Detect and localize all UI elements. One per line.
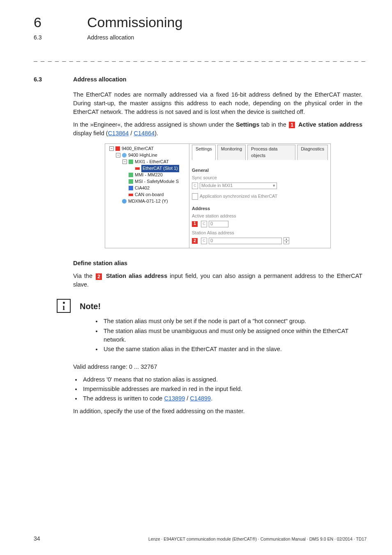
tree-item-label: CiA402	[135, 185, 150, 192]
sphere-icon	[122, 153, 127, 157]
checkbox[interactable]	[192, 193, 198, 200]
chapter-title: Commissioning	[87, 12, 182, 32]
label-station-alias-address: Station Alias address	[192, 230, 328, 236]
text-run: tab in the	[259, 121, 288, 128]
param-c-box[interactable]: C	[192, 183, 198, 189]
tab-monitoring[interactable]: Monitoring	[217, 145, 246, 160]
group-label-general: General	[192, 167, 328, 174]
tree-item[interactable]: −9400_EtherCAT	[106, 146, 188, 152]
callout-marker-1: 1	[289, 122, 295, 128]
tree-item-label: CAN on-board	[135, 192, 164, 198]
dropdown-value: Module in MXI1	[201, 183, 233, 189]
sync-source-dropdown[interactable]: Module in MXI1 ▾	[200, 183, 277, 189]
label-active-station-address: Active station address	[192, 213, 328, 220]
text-run: ).	[154, 130, 158, 136]
bar-icon	[135, 167, 140, 170]
group-label-address: Address	[192, 206, 328, 212]
page-footer: 34 Lenze · E94AYCET communication module…	[34, 534, 367, 543]
tree-item[interactable]: EtherCAT (Slot 1)	[106, 165, 188, 172]
text-run: In the »Engineer«, the address assigned …	[73, 121, 236, 128]
expand-toggle-icon[interactable]: −	[116, 153, 120, 157]
text-bold: Active station address	[297, 121, 362, 128]
paragraph: In the »Engineer«, the address assigned …	[73, 120, 362, 138]
note-list: The station alias must only be set if th…	[102, 317, 362, 353]
tree-item-label: MMI - MM220	[135, 172, 163, 178]
list-item: The station alias must only be set if th…	[102, 317, 362, 326]
expand-toggle-icon[interactable]: −	[122, 160, 127, 164]
settings-panel: SettingsMonitoringProcess data objectsDi…	[189, 144, 330, 248]
list-item: The station alias must be unambiguous an…	[102, 327, 362, 344]
info-icon: ı	[57, 299, 71, 313]
link-c13864[interactable]: C13864	[108, 130, 129, 136]
chevron-down-icon: ▾	[273, 183, 275, 189]
tab-strip: SettingsMonitoringProcess data objectsDi…	[192, 145, 328, 160]
tree-item[interactable]: MDXMA-071-12 (Y)	[106, 198, 188, 205]
blue-icon	[122, 199, 127, 204]
param-c-box[interactable]: C	[201, 238, 207, 244]
tree-item-label: MDXMA-071-12 (Y)	[128, 198, 168, 205]
chip-icon	[129, 173, 133, 177]
tab-diagnostics[interactable]: Diagnostics	[297, 145, 328, 160]
tree-item-label: EtherCAT (Slot 1)	[141, 165, 179, 172]
callout-marker-1: 1	[192, 221, 198, 227]
tab-settings[interactable]: Settings	[192, 145, 216, 160]
link-c14899[interactable]: C14899	[190, 395, 211, 402]
device-tree: −9400_EtherCAT−9400 HighLine−MXI1 - Ethe…	[105, 144, 189, 248]
list-item: Impermissible addresses are marked in re…	[81, 385, 362, 393]
active-station-address-field: 0	[209, 221, 228, 227]
expand-toggle-icon[interactable]: −	[109, 146, 114, 151]
list-item: The address is written to code C13899 / …	[81, 394, 362, 403]
text-run: /	[129, 130, 134, 136]
spinner[interactable]: ▲▼	[284, 237, 289, 244]
section-number: 6.3	[34, 75, 58, 84]
tree-item-label: MXI1 - EtherCAT	[135, 159, 169, 165]
text-run: .	[211, 395, 212, 402]
tree-item[interactable]: −9400 HighLine	[106, 152, 188, 159]
link-c13899[interactable]: C13899	[164, 395, 185, 402]
tree-item[interactable]: −MXI1 - EtherCAT	[106, 159, 188, 165]
page-header: 6 Commissioning	[34, 12, 367, 32]
param-c-box[interactable]: C	[201, 221, 207, 227]
tree-item[interactable]: MMI - MM220	[106, 172, 188, 178]
tree-item-label: 9400_EtherCAT	[122, 146, 154, 152]
callout-marker-2: 2	[96, 273, 102, 280]
checkbox-label: Application synchronized via EtherCAT	[200, 193, 277, 200]
text-run: display field (	[73, 130, 108, 136]
page-number: 34	[34, 534, 40, 543]
section-title-small: Address allocation	[87, 33, 134, 42]
chapter-number: 6	[34, 12, 62, 32]
block-icon	[129, 186, 133, 190]
text-bold: Settings	[236, 121, 259, 128]
tree-item-label: MSI - SafetyModule S	[135, 178, 179, 185]
footer-doc-info: Lenze · E94AYCET communication module (E…	[148, 536, 367, 542]
tree-item[interactable]: CiA402	[106, 185, 188, 192]
chip-icon	[129, 179, 133, 184]
label-sync-source: Sync source	[192, 175, 328, 181]
chip-icon	[129, 160, 133, 164]
spinner-down-icon[interactable]: ▼	[284, 241, 289, 244]
bar-icon	[129, 194, 133, 196]
tab-process-data-objects[interactable]: Process data objects	[247, 145, 295, 160]
tree-item-label: 9400 HighLine	[128, 152, 157, 159]
divider: _ _ _ _ _ _ _ _ _ _ _ _ _ _ _ _ _ _ _ _ …	[34, 53, 367, 63]
paragraph: Valid address range: 0 ... 32767	[73, 363, 362, 371]
tree-item[interactable]: CAN on-board	[106, 192, 188, 198]
bullet-list: Address '0' means that no station alias …	[81, 375, 362, 403]
link-c14864[interactable]: C14864	[134, 130, 155, 136]
paragraph: The EtherCAT nodes are normally addresse…	[73, 90, 362, 116]
note-title: Note!	[80, 299, 101, 312]
callout-marker-2: 2	[192, 238, 198, 244]
text-bold: Station alias address	[104, 273, 167, 279]
heading-define-station-alias: Define station alias	[73, 259, 362, 268]
paragraph: In addition, specify the use of the fixe…	[73, 407, 362, 416]
station-alias-address-field[interactable]: 0	[209, 238, 282, 244]
tree-item[interactable]: MSI - SafetyModule S	[106, 178, 188, 185]
text-run: The address is written to code	[83, 395, 164, 402]
dev-icon	[115, 146, 120, 151]
page-subheader: 6.3 Address allocation	[34, 33, 367, 42]
text-run: /	[185, 395, 190, 402]
section-title: Address allocation	[73, 75, 127, 84]
engineer-screenshot: −9400_EtherCAT−9400 HighLine−MXI1 - Ethe…	[105, 143, 331, 249]
spinner-up-icon[interactable]: ▲	[284, 238, 289, 241]
section-number-small: 6.3	[34, 33, 62, 42]
